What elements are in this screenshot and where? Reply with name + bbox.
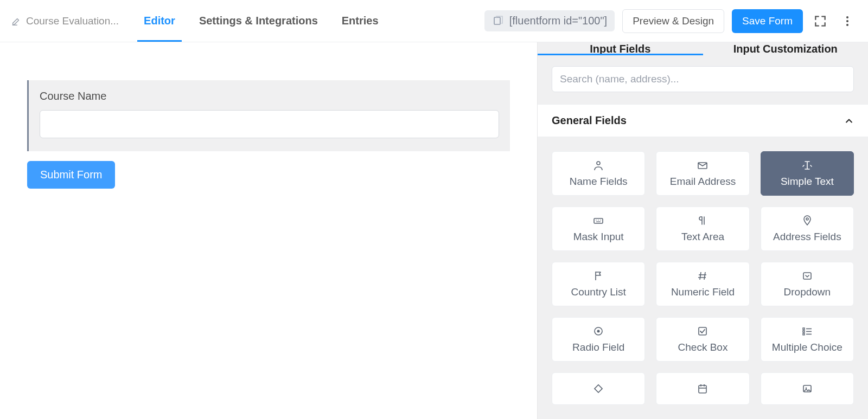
field-card-label: Country List — [571, 286, 626, 298]
sidebar: Input Fields Input Customization General… — [537, 42, 868, 419]
field-card-label: Text Area — [681, 231, 724, 243]
field-card-dropdown[interactable]: Dropdown — [761, 262, 854, 306]
image-icon — [801, 383, 813, 395]
svg-point-29 — [846, 24, 848, 26]
header-tabs: Editor Settings & Integrations Entries — [132, 0, 391, 42]
course-name-input[interactable] — [40, 110, 499, 138]
pilcrow-icon — [697, 215, 709, 227]
flag-icon — [592, 270, 604, 282]
diamond-icon — [592, 383, 604, 395]
section-general-fields[interactable]: General Fields — [538, 104, 868, 137]
shortcode-text: [fluentform id="100"] — [509, 15, 607, 27]
text-cursor-icon — [801, 159, 813, 171]
tab-editor[interactable]: Editor — [132, 0, 187, 42]
field-block-course-name[interactable]: Course Name — [27, 80, 510, 151]
pencil-icon — [11, 16, 22, 27]
field-card-label: Multiple Choice — [772, 341, 843, 353]
check-icon — [697, 325, 709, 337]
shortcode-copy[interactable]: [fluentform id="100"] — [484, 10, 615, 31]
tab-input-customization[interactable]: Input Customization — [703, 42, 869, 55]
fullscreen-button[interactable] — [810, 11, 830, 31]
field-card-numeric-field[interactable]: Numeric Field — [656, 262, 749, 306]
list-icon — [801, 325, 813, 337]
field-card-email-address[interactable]: Email Address — [656, 151, 749, 196]
preview-button[interactable]: Preview & Design — [622, 9, 724, 33]
field-card-check-box[interactable]: Check Box — [656, 317, 749, 362]
field-card-label: Email Address — [670, 176, 736, 188]
field-card-simple-text[interactable]: Simple Text — [761, 151, 854, 196]
tab-settings[interactable]: Settings & Integrations — [187, 0, 330, 42]
field-card-multiple-choice[interactable]: Multiple Choice — [761, 317, 854, 362]
field-card-address-fields[interactable]: Address Fields — [761, 207, 854, 251]
field-card-radio-field[interactable]: Radio Field — [552, 317, 645, 362]
tab-input-fields[interactable]: Input Fields — [538, 42, 703, 55]
field-card-name-fields[interactable]: Name Fields — [552, 151, 645, 196]
field-card-image[interactable] — [761, 372, 854, 405]
save-button[interactable]: Save Form — [732, 9, 803, 33]
radio-icon — [592, 325, 604, 337]
hash-icon — [697, 270, 709, 282]
fields-grid: Name FieldsEmail AddressSimple TextMask … — [538, 137, 868, 419]
field-card-label: Check Box — [678, 341, 728, 353]
form-canvas: Course Name Submit Form — [0, 42, 537, 419]
calendar-icon — [697, 383, 709, 395]
field-card-label: Name Fields — [570, 176, 628, 188]
topbar-actions: [fluentform id="100"] Preview & Design S… — [484, 9, 857, 33]
form-title-text: Course Evaluation... — [26, 15, 119, 27]
field-card-country-list[interactable]: Country List — [552, 262, 645, 306]
field-label: Course Name — [40, 90, 499, 102]
chevron-up-icon — [844, 116, 854, 126]
main: Course Name Submit Form Input Fields Inp… — [0, 42, 868, 419]
dots-vertical-icon — [841, 15, 853, 27]
section-title: General Fields — [552, 114, 627, 127]
sidebar-tabs: Input Fields Input Customization — [538, 42, 868, 55]
svg-rect-26 — [494, 17, 500, 24]
field-card-label: Dropdown — [784, 286, 831, 298]
field-card-label: Address Fields — [773, 231, 841, 243]
mail-icon — [697, 159, 709, 171]
form-title[interactable]: Course Evaluation... — [11, 15, 119, 27]
field-card-label: Radio Field — [572, 341, 624, 353]
fullscreen-icon — [813, 14, 827, 28]
more-menu-button[interactable] — [838, 11, 857, 31]
keyboard-icon — [592, 215, 604, 227]
user-icon — [592, 159, 604, 171]
search-wrap — [538, 55, 868, 104]
field-card-text-area[interactable]: Text Area — [656, 207, 749, 251]
field-card-calendar[interactable] — [656, 372, 749, 405]
svg-point-28 — [846, 20, 848, 22]
dropdown-icon — [801, 270, 813, 282]
field-card-mask-input[interactable]: Mask Input — [552, 207, 645, 251]
field-card-diamond[interactable] — [552, 372, 645, 405]
search-input[interactable] — [552, 66, 854, 92]
field-card-label: Mask Input — [573, 231, 624, 243]
copy-icon — [492, 15, 504, 27]
topbar: Course Evaluation... Editor Settings & I… — [0, 0, 868, 42]
submit-button[interactable]: Submit Form — [27, 161, 115, 189]
pin-icon — [801, 215, 813, 227]
tab-entries[interactable]: Entries — [330, 0, 391, 42]
field-card-label: Numeric Field — [671, 286, 735, 298]
svg-point-27 — [846, 16, 848, 18]
field-card-label: Simple Text — [781, 176, 834, 188]
